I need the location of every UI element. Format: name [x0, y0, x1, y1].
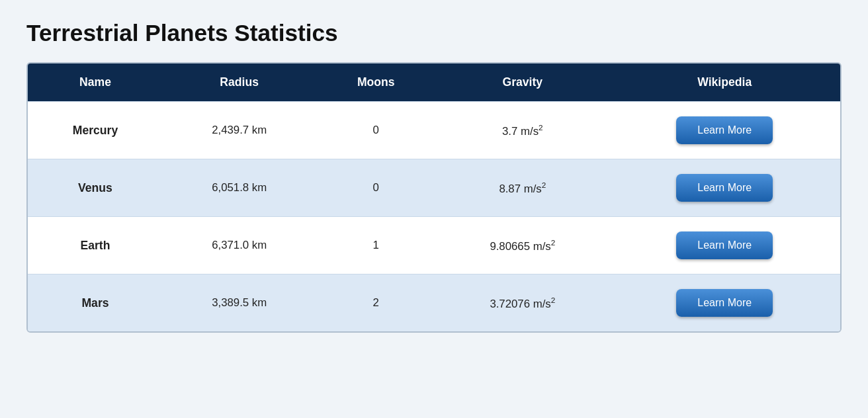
planet-radius-cell: 3,389.5 km [163, 274, 316, 331]
planet-name-cell: Mars [28, 274, 163, 331]
col-header-name: Name [28, 63, 163, 101]
col-header-radius: Radius [163, 63, 316, 101]
learn-more-button-mars[interactable]: Learn More [676, 289, 773, 317]
planet-gravity-cell: 9.80665 m/s2 [436, 216, 609, 274]
learn-more-button-mercury[interactable]: Learn More [676, 116, 773, 144]
table-row: Earth6,371.0 km19.80665 m/s2Learn More [28, 216, 840, 274]
table-row: Venus6,051.8 km08.87 m/s2Learn More [28, 159, 840, 216]
table-row: Mercury2,439.7 km03.7 m/s2Learn More [28, 101, 840, 159]
planet-wikipedia-cell: Learn More [609, 274, 840, 331]
planet-gravity-cell: 8.87 m/s2 [436, 159, 609, 216]
col-header-wikipedia: Wikipedia [609, 63, 840, 101]
planet-name-cell: Mercury [28, 101, 163, 159]
planet-moons-cell: 1 [316, 216, 436, 274]
table-header-row: Name Radius Moons Gravity Wikipedia [28, 63, 840, 101]
planet-gravity-cell: 3.7 m/s2 [436, 101, 609, 159]
learn-more-button-earth[interactable]: Learn More [676, 231, 773, 259]
planet-name-cell: Venus [28, 159, 163, 216]
page-title: Terrestrial Planets Statistics [26, 20, 842, 46]
learn-more-button-venus[interactable]: Learn More [676, 174, 773, 202]
planet-wikipedia-cell: Learn More [609, 159, 840, 216]
planet-radius-cell: 2,439.7 km [163, 101, 316, 159]
planet-radius-cell: 6,371.0 km [163, 216, 316, 274]
planet-wikipedia-cell: Learn More [609, 101, 840, 159]
col-header-gravity: Gravity [436, 63, 609, 101]
planet-gravity-cell: 3.72076 m/s2 [436, 274, 609, 331]
table-row: Mars3,389.5 km23.72076 m/s2Learn More [28, 274, 840, 331]
planet-moons-cell: 2 [316, 274, 436, 331]
planet-radius-cell: 6,051.8 km [163, 159, 316, 216]
planet-moons-cell: 0 [316, 159, 436, 216]
planet-name-cell: Earth [28, 216, 163, 274]
planet-wikipedia-cell: Learn More [609, 216, 840, 274]
col-header-moons: Moons [316, 63, 436, 101]
planet-moons-cell: 0 [316, 101, 436, 159]
planets-table: Name Radius Moons Gravity Wikipedia Merc… [26, 62, 842, 333]
